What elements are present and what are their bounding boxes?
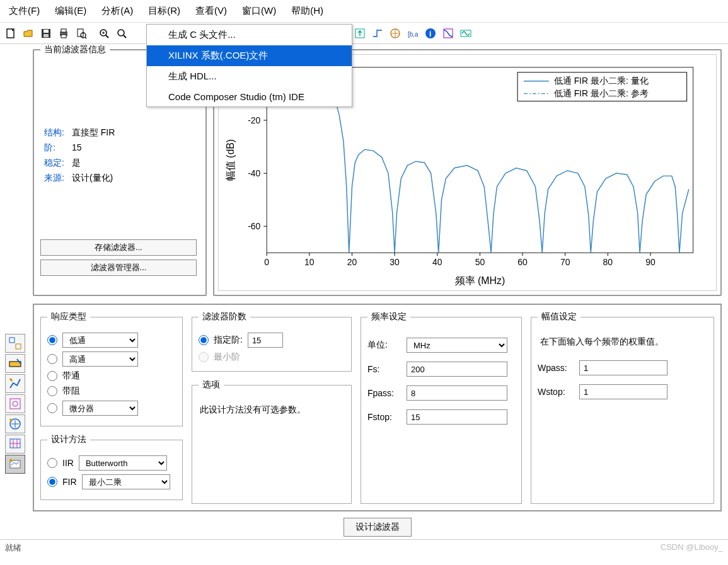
order-input[interactable] — [248, 333, 283, 348]
print-icon[interactable] — [55, 25, 72, 42]
unit-select[interactable]: MHz — [407, 338, 507, 353]
response-type-group: 响应类型 低通 高通 带通 带阻 微分器 — [40, 311, 183, 426]
fpass-input[interactable] — [407, 385, 507, 401]
mag-up-icon[interactable] — [352, 25, 368, 42]
info-value-source: 设计(量化) — [72, 173, 113, 183]
info-label-stable: 稳定: — [44, 155, 69, 170]
palette-btn-3[interactable] — [5, 374, 25, 393]
svg-text:20: 20 — [347, 257, 357, 267]
svg-text:50: 50 — [475, 257, 485, 267]
fstop-input[interactable] — [407, 409, 507, 425]
bandpass-label: 带通 — [62, 370, 80, 382]
dropdown-ccs-ide[interactable]: Code Composer Studio (tm) IDE — [147, 87, 352, 106]
side-palette — [0, 44, 30, 539]
svg-rect-28 — [10, 399, 20, 409]
filter-info-title: 当前滤波器信息 — [40, 44, 110, 55]
options-title: 选项 — [199, 379, 224, 391]
coeff-icon[interactable]: [b,a] — [405, 25, 421, 42]
diff-select[interactable]: 微分器 — [62, 401, 138, 416]
highpass-select[interactable]: 高通 — [62, 351, 138, 367]
palette-btn-4[interactable] — [5, 394, 25, 413]
radio-bandpass[interactable] — [47, 371, 57, 381]
palette-btn-7[interactable] — [5, 455, 25, 474]
svg-text:i: i — [429, 30, 431, 38]
fs-input[interactable] — [407, 362, 507, 377]
fs-label: Fs: — [367, 364, 400, 374]
open-icon[interactable] — [20, 25, 37, 42]
step-icon[interactable] — [369, 25, 386, 42]
quantize-icon[interactable] — [440, 25, 456, 42]
pole-zero-icon[interactable] — [387, 25, 403, 42]
response-type-title: 响应类型 — [47, 311, 90, 322]
zoom-x-icon[interactable] — [113, 25, 130, 42]
svg-text:低通 FIR 最小二乘: 量化: 低通 FIR 最小二乘: 量化 — [554, 76, 649, 86]
filter-manager-button[interactable]: 滤波器管理器... — [40, 260, 197, 276]
menu-help[interactable]: 帮助(H) — [284, 3, 331, 20]
design-panel: 响应类型 低通 高通 带通 带阻 微分器 设计方法 IIR Butterwort… — [33, 304, 722, 511]
design-method-group: 设计方法 IIR Butterworth FIR 最小二乘 — [40, 434, 183, 500]
palette-btn-6[interactable] — [5, 435, 25, 454]
wstop-input[interactable] — [579, 384, 667, 399]
save-icon[interactable] — [38, 25, 54, 42]
iir-method-select[interactable]: Butterworth — [79, 455, 167, 471]
palette-btn-1[interactable] — [5, 334, 25, 353]
design-filter-button[interactable]: 设计滤波器 — [344, 518, 412, 537]
menu-edit[interactable]: 编辑(E) — [47, 3, 94, 20]
menu-window[interactable]: 窗口(W) — [234, 3, 284, 20]
menu-target[interactable]: 目标(R) — [141, 3, 188, 20]
svg-line-9 — [85, 37, 86, 38]
frequency-spec-group: 频率设定 单位:MHz Fs: Fpass: Fstop: — [361, 311, 522, 504]
store-filter-button[interactable]: 存储滤波器... — [40, 239, 197, 256]
palette-btn-5[interactable] — [5, 414, 25, 433]
target-dropdown: 生成 C 头文件... XILINX 系数(.COE)文件 生成 HDL... … — [146, 24, 352, 107]
zoom-in-icon[interactable] — [96, 25, 112, 42]
radio-bandstop[interactable] — [47, 386, 57, 396]
specify-order-label: 指定阶: — [214, 334, 243, 346]
dropdown-gen-hdl[interactable]: 生成 HDL... — [147, 66, 352, 87]
svg-text:-20: -20 — [248, 115, 260, 125]
options-text: 此设计方法没有可选参数。 — [199, 397, 345, 423]
menu-file[interactable]: 文件(F) — [1, 3, 47, 20]
menu-view[interactable]: 查看(V) — [188, 3, 234, 20]
dropdown-xilinx-coe[interactable]: XILINX 系数(.COE)文件 — [147, 45, 352, 66]
svg-rect-25 — [9, 338, 14, 343]
info-value-structure: 直接型 FIR — [72, 127, 115, 137]
radio-fir[interactable] — [47, 477, 57, 487]
round-icon[interactable] — [458, 25, 474, 42]
radio-diff[interactable] — [47, 403, 57, 413]
menu-analysis[interactable]: 分析(A) — [94, 3, 141, 20]
svg-text:70: 70 — [560, 257, 570, 267]
svg-text:60: 60 — [517, 257, 528, 267]
lowpass-select[interactable]: 低通 — [62, 333, 138, 348]
fstop-label: Fstop: — [367, 412, 400, 422]
info-label-structure: 结构: — [44, 125, 69, 140]
print-preview-icon[interactable] — [73, 25, 90, 42]
wpass-input[interactable] — [579, 360, 667, 375]
frequency-spec-title: 频率设定 — [367, 311, 410, 322]
svg-point-14 — [118, 30, 124, 36]
wstop-label: Wstop: — [538, 387, 573, 397]
dropdown-gen-c-header[interactable]: 生成 C 头文件... — [147, 25, 352, 45]
svg-text:0: 0 — [264, 257, 269, 267]
palette-btn-2[interactable] — [5, 354, 25, 373]
radio-iir[interactable] — [47, 458, 57, 468]
radio-specify-order[interactable] — [199, 335, 209, 345]
svg-text:低通 FIR 最小二乘: 参考: 低通 FIR 最小二乘: 参考 — [554, 88, 649, 98]
svg-text:-60: -60 — [248, 221, 260, 231]
radio-highpass[interactable] — [47, 354, 57, 364]
info-value-order: 15 — [72, 142, 82, 152]
info-label-order: 阶: — [44, 140, 69, 155]
svg-text:40: 40 — [432, 257, 442, 267]
svg-line-15 — [124, 35, 126, 38]
info-value-stable: 是 — [72, 157, 81, 168]
radio-lowpass[interactable] — [47, 335, 57, 345]
svg-rect-26 — [16, 344, 21, 349]
radio-min-order — [199, 352, 209, 362]
wpass-label: Wpass: — [538, 363, 573, 373]
info-icon[interactable]: i — [422, 25, 439, 42]
fir-method-select[interactable]: 最小二乘 — [82, 474, 170, 489]
fir-label: FIR — [62, 477, 77, 487]
design-method-title: 设计方法 — [47, 434, 90, 445]
info-label-source: 来源: — [44, 170, 69, 185]
new-icon[interactable] — [3, 25, 19, 42]
